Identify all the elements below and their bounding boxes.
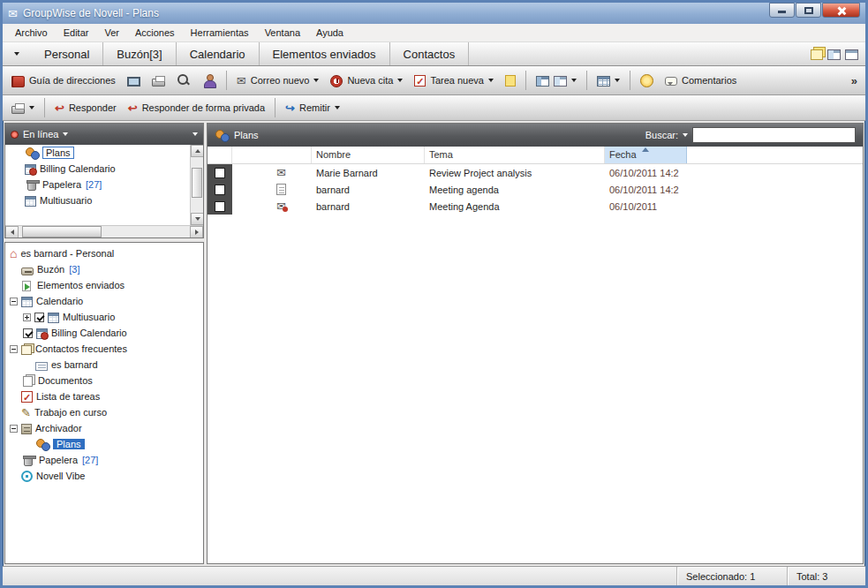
menu-acciones[interactable]: Acciones — [127, 25, 183, 41]
tree-root-personal[interactable]: ⌂ es barnard - Personal — [5, 245, 203, 261]
row-checkbox[interactable] — [215, 168, 225, 178]
column-select[interactable] — [208, 147, 232, 163]
new-task-button[interactable]: ✓ Tarea nueva — [410, 72, 498, 89]
row-select-cell[interactable] — [208, 198, 232, 215]
display-settings-button[interactable] — [123, 72, 145, 89]
calendar-checkbox[interactable] — [34, 313, 44, 322]
person-icon — [202, 73, 216, 87]
collapse-icon[interactable] — [10, 298, 18, 305]
copy-panel-icon[interactable] — [811, 49, 823, 60]
tree-item-archivador[interactable]: Archivador — [5, 420, 203, 436]
print-calendar-button[interactable] — [7, 99, 39, 117]
tree-item-plans[interactable]: Plans — [5, 145, 190, 161]
tree-item-es-barnard[interactable]: es barnard — [5, 357, 203, 373]
scroll-left-button[interactable] — [5, 226, 19, 238]
calendar-icon — [25, 196, 36, 207]
collapse-icon[interactable] — [10, 345, 18, 353]
reply-button[interactable]: ↩ Responder — [50, 100, 121, 117]
tree-item-lista-de-tareas[interactable]: ✓ Lista de tareas — [5, 388, 203, 404]
list-header-bar: Plans Buscar: — [208, 124, 863, 147]
reply-private-button[interactable]: ↩ Responder de forma privada — [124, 100, 269, 117]
new-appointment-button[interactable]: Nueva cita — [326, 72, 407, 90]
print-button[interactable] — [147, 72, 170, 89]
minimize-button[interactable] — [769, 3, 795, 18]
menu-herramientas[interactable]: Herramientas — [183, 25, 257, 41]
toolbar-overflow-button[interactable]: » — [848, 74, 861, 87]
tree-item-contactos-frecuentes[interactable]: Contactos frecuentes — [5, 341, 203, 357]
search-button[interactable] — [172, 71, 195, 90]
list-view-icon[interactable] — [845, 49, 858, 60]
row-select-cell[interactable] — [208, 181, 232, 198]
tree-item-papelera[interactable]: Papelera [27] — [5, 452, 203, 468]
tab-menu-button[interactable] — [3, 42, 31, 65]
column-tema[interactable]: Tema — [425, 147, 605, 163]
contact-lookup-button[interactable] — [198, 71, 221, 90]
maximize-button[interactable] — [796, 3, 821, 18]
search-input[interactable] — [692, 127, 856, 143]
tree-item-papelera[interactable]: Papelera [27] — [5, 177, 190, 192]
tree-item-multiusuario[interactable]: Multiusuario — [5, 192, 190, 208]
tab-calendario[interactable]: Calendario — [177, 42, 260, 65]
table-view-button[interactable] — [593, 72, 624, 89]
menu-ventana[interactable]: Ventana — [257, 25, 308, 41]
column-item-type[interactable] — [232, 147, 312, 163]
tab-personal[interactable]: Personal — [31, 42, 103, 65]
scroll-up-button[interactable] — [191, 145, 203, 157]
menu-archivo[interactable]: Archivo — [7, 25, 56, 41]
split-view-icon[interactable] — [827, 49, 841, 60]
online-header[interactable]: En línea — [5, 124, 203, 145]
column-fecha[interactable]: Fecha — [605, 147, 687, 163]
tab-buzon[interactable]: Buzón[3] — [103, 42, 176, 65]
panel-menu-icon[interactable] — [192, 132, 198, 136]
column-nombre[interactable]: Nombre — [312, 147, 425, 163]
expand-icon[interactable] — [23, 313, 31, 321]
tab-contactos[interactable]: Contactos — [390, 42, 470, 65]
chevron-down-icon — [29, 106, 34, 109]
people-icon — [215, 128, 229, 142]
menu-ayuda[interactable]: Ayuda — [308, 25, 351, 41]
timezone-button[interactable] — [636, 72, 658, 90]
vertical-scrollbar[interactable] — [190, 145, 203, 225]
collapse-icon[interactable] — [10, 425, 18, 433]
table-row[interactable]: barnard Meeting agenda 06/10/2011 14:2 — [208, 181, 863, 198]
tree-item-elementos-enviados[interactable]: Elementos enviados — [5, 277, 203, 293]
tree-item-buzon[interactable]: Buzón [3] — [5, 261, 203, 277]
title-bar[interactable]: ✉ GroupWise de Novell - Plans — [3, 3, 865, 24]
tab-elementos-enviados[interactable]: Elementos enviados — [260, 42, 390, 65]
tree-item-documentos[interactable]: Documentos — [5, 373, 203, 388]
new-mail-button[interactable]: ✉ Correo nuevo — [232, 72, 324, 89]
tree-item-calendario[interactable]: Calendario — [5, 293, 203, 309]
forward-button[interactable]: ↪ Remitir — [281, 100, 344, 117]
tree-item-billing-calendario[interactable]: Billing Calendario — [5, 161, 190, 177]
row-select-cell[interactable] — [208, 164, 232, 181]
menu-editar[interactable]: Editar — [56, 25, 97, 41]
scrollbar-thumb[interactable] — [192, 168, 202, 198]
row-checkbox[interactable] — [215, 185, 225, 195]
window-title: GroupWise de Novell - Plans — [23, 7, 159, 19]
panel-layout-button[interactable] — [532, 72, 581, 89]
tree-item-billing-calendario[interactable]: Billing Calendario — [5, 325, 203, 341]
comments-button[interactable]: Comentarios — [660, 72, 741, 88]
tree-item-trabajo-en-curso[interactable]: ✎ Trabajo en curso — [5, 404, 203, 420]
list-empty-area[interactable] — [208, 215, 863, 563]
tree-item-multiusuario[interactable]: Multiusuario — [5, 309, 203, 325]
menu-ver[interactable]: Ver — [96, 25, 127, 41]
tree-item-plans-selected[interactable]: Plans — [5, 436, 203, 452]
table-row[interactable]: ✉ barnard Meeting Agenda 06/10/2011 — [208, 198, 863, 215]
row-checkbox[interactable] — [215, 201, 225, 212]
tree-item-novell-vibe[interactable]: Novell Vibe — [5, 468, 203, 484]
address-book-button[interactable]: Guía de direcciones — [7, 72, 120, 90]
close-button[interactable] — [822, 3, 860, 18]
printer-icon — [152, 79, 165, 87]
app-envelope-icon: ✉ — [8, 8, 18, 19]
scrollbar-thumb[interactable] — [22, 226, 102, 237]
scroll-right-button[interactable] — [190, 226, 203, 238]
scroll-down-button[interactable] — [191, 213, 203, 225]
new-note-button[interactable] — [501, 72, 520, 89]
calendar-checkbox[interactable] — [23, 328, 33, 338]
cabinet-icon — [21, 424, 32, 434]
table-row[interactable]: ✉ Marie Barnard Review Project analysis … — [208, 164, 863, 181]
mailbox-icon — [21, 268, 34, 275]
horizontal-scrollbar[interactable] — [5, 225, 203, 237]
chevron-down-icon — [397, 79, 403, 82]
